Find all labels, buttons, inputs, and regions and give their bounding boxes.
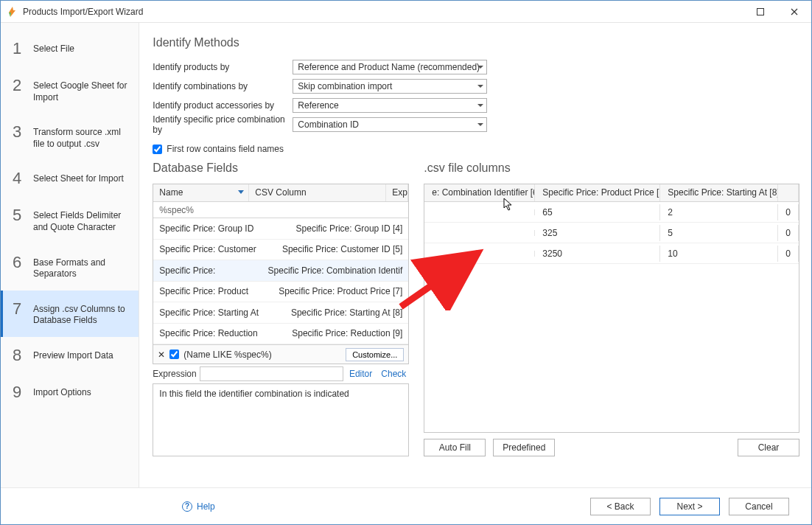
col-csv-header[interactable]: CSV Column [249, 184, 386, 201]
expression-input[interactable] [200, 366, 343, 381]
next-button[interactable]: Next > [659, 498, 720, 515]
expression-label: Expression [153, 369, 196, 379]
chevron-down-icon [477, 123, 483, 126]
table-row[interactable]: Specific Price: Customer Specific Price:… [153, 240, 408, 261]
csv-col-header[interactable]: Specific Price: Product Price [7] [535, 184, 660, 201]
step-select-google-sheet[interactable]: 2 Select Google Sheet for Import [1, 67, 139, 114]
csv-col-header[interactable]: Specific Price: Starting At [8] [660, 184, 778, 201]
identify-accessories-label: Identify product accessories by [153, 100, 293, 111]
filter-input[interactable] [153, 202, 408, 218]
table-row[interactable]: Specific Price: Product Specific Price: … [153, 282, 408, 303]
back-button[interactable]: < Back [590, 498, 651, 515]
main-panel: Identify Methods Identify products by Re… [139, 23, 811, 487]
table-row[interactable]: Specific Price: Reduction Specific Price… [153, 324, 408, 345]
csv-row[interactable]: 325 5 0 [424, 223, 799, 243]
identify-specific-price-select[interactable]: Combination ID [293, 117, 487, 132]
table-row[interactable]: Specific Price: Starting At Specific Pri… [153, 302, 408, 324]
chevron-down-icon [477, 66, 483, 69]
csv-row[interactable]: 3250 10 0 [424, 243, 799, 264]
help-link[interactable]: ? Help [182, 501, 215, 512]
table-row[interactable]: Specific Price: Group ID Specific Price:… [153, 218, 408, 240]
step-import-options[interactable]: 9 Import Options [1, 374, 139, 411]
identify-methods-heading: Identify Methods [153, 36, 799, 49]
step-assign-columns[interactable]: 7 Assign .csv Columns to Database Fields [1, 291, 139, 337]
identify-combinations-select[interactable]: Skip combination import [293, 79, 487, 94]
window-title: Products Import/Export Wizard [23, 7, 143, 17]
step-delimiter-quote[interactable]: 5 Select Fields Delimiter and Quote Char… [1, 197, 139, 243]
col-name-header[interactable]: Name [153, 184, 249, 201]
filter-enabled-checkbox[interactable] [169, 350, 179, 359]
filter-row[interactable] [153, 202, 408, 218]
step-select-sheet[interactable]: 4 Select Sheet for Import [1, 160, 139, 197]
db-fields-grid[interactable]: Name CSV Column Exp Specific Price: Grou… [153, 184, 409, 364]
svg-rect-0 [757, 9, 764, 15]
field-hint-box: In this field the identifier combination… [153, 383, 409, 456]
predefined-button[interactable]: Predefined [493, 439, 555, 456]
step-select-file[interactable]: 1 Select File [1, 30, 139, 67]
customize-filter-button[interactable]: Customize... [346, 348, 404, 361]
window-maximize-button[interactable] [743, 1, 777, 23]
expression-editor-link[interactable]: Editor [346, 369, 375, 379]
wizard-footer: ? Help < Back Next > Cancel [1, 487, 811, 524]
chevron-down-icon [477, 85, 483, 88]
identify-specific-price-label: Identify specific price combination by [153, 114, 293, 135]
csv-col-header[interactable]: e: Combination Identifier [6] [424, 184, 535, 201]
csv-row[interactable]: 65 2 0 [424, 202, 799, 223]
col-expr-header[interactable]: Exp [386, 184, 408, 201]
help-icon: ? [182, 501, 192, 512]
identify-products-select[interactable]: Reference and Product Name (recommended) [293, 60, 487, 74]
wizard-steps-sidebar: 1 Select File 2 Select Google Sheet for … [1, 23, 139, 487]
window-close-button[interactable] [777, 1, 811, 23]
filter-summary-text: (Name LIKE %spec%) [183, 350, 271, 360]
table-row[interactable]: Specific Price: Specific Price: Combinat… [153, 260, 408, 282]
window-titlebar[interactable]: Products Import/Export Wizard [1, 1, 811, 23]
csv-col-header[interactable] [778, 184, 799, 201]
clear-button[interactable]: Clear [738, 439, 799, 456]
identify-accessories-select[interactable]: Reference [293, 98, 487, 113]
cancel-button[interactable]: Cancel [729, 498, 789, 515]
csv-columns-heading: .csv file columns [424, 161, 799, 179]
step-base-formats[interactable]: 6 Base Formats and Separators [1, 244, 139, 291]
step-preview-data[interactable]: 8 Preview Import Data [1, 337, 139, 374]
expression-check-link[interactable]: Check [378, 369, 409, 379]
identify-products-label: Identify products by [153, 62, 293, 72]
close-filter-icon[interactable]: ✕ [158, 350, 165, 360]
first-row-headers-label: First row contains field names [167, 144, 284, 154]
database-fields-heading: Database Fields [153, 161, 409, 179]
step-transform-xml[interactable]: 3 Transform source .xml file to output .… [1, 114, 139, 160]
auto-fill-button[interactable]: Auto Fill [424, 439, 486, 456]
csv-preview-grid[interactable]: e: Combination Identifier [6] Specific P… [424, 184, 799, 433]
chevron-down-icon [477, 104, 483, 107]
first-row-headers-checkbox[interactable] [153, 145, 162, 154]
identify-combinations-label: Identify combinations by [153, 81, 293, 91]
app-icon [7, 6, 18, 18]
